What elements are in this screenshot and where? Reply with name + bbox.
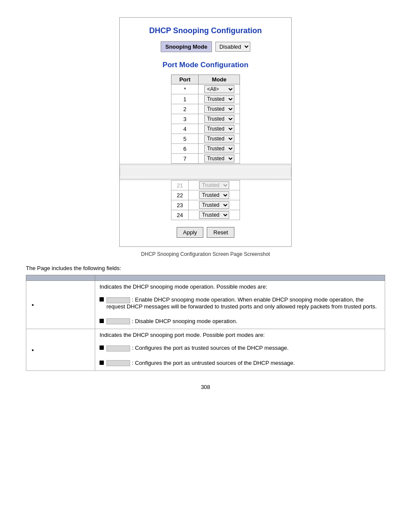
port-mode-select[interactable]: Trusted Untrusted — [199, 201, 229, 209]
port-number: 1 — [171, 94, 199, 104]
port-mode-cell: Trusted Untrusted — [199, 124, 240, 134]
sub-item-untrusted: : Configures the port as untrusted sourc… — [100, 360, 380, 367]
port-number: 7 — [171, 154, 199, 164]
bullet-item — [38, 302, 90, 308]
table-row: 21 Trusted Untrusted — [171, 180, 240, 190]
bullet-item — [38, 347, 90, 353]
main-title: DHCP Snooping Configuration — [133, 26, 278, 35]
port-number: * — [171, 84, 199, 94]
field-desc-1: Indicates the DHCP snooping mode operati… — [95, 281, 385, 329]
untrusted-box — [106, 360, 130, 366]
port-number: 5 — [171, 134, 199, 144]
screenshot-caption: DHCP Snooping Configuration Screen Page … — [26, 251, 385, 257]
col1-header — [26, 275, 95, 281]
bullet-square-icon — [100, 361, 104, 365]
col2-header — [95, 275, 385, 281]
port-mode-cell: Trusted Untrusted — [189, 190, 240, 200]
page-wrapper: DHCP Snooping Configuration Snooping Mod… — [26, 17, 385, 390]
port-mode-title: Port Mode Configuration — [133, 61, 278, 69]
snooping-mode-label: Snooping Mode — [161, 41, 212, 52]
mode-col-header: Mode — [199, 75, 240, 84]
scroll-break-top — [120, 164, 291, 167]
port-mode-select[interactable]: Trusted Untrusted — [204, 125, 234, 133]
bullet-square-icon — [100, 297, 104, 302]
bullet-square-icon — [100, 319, 104, 323]
apply-button[interactable]: Apply — [177, 227, 204, 238]
port-mode-select[interactable]: Trusted Untrusted — [204, 95, 234, 103]
page-number: 308 — [26, 384, 385, 390]
port-number: 6 — [171, 144, 199, 154]
sub-item-enabled-text: : Enable DHCP snooping mode operation. W… — [106, 296, 380, 310]
field-row-2: Indicates the DHCP snooping port mode. P… — [26, 329, 385, 371]
port-number: 3 — [171, 114, 199, 124]
scroll-gap — [120, 167, 291, 177]
disabled-box — [106, 318, 130, 324]
fields-intro: The Page includes the following fields: — [26, 265, 385, 271]
table-row: 7 Trusted Untrusted — [171, 154, 240, 164]
table-row: 5 Trusted Untrusted — [171, 134, 240, 144]
port-table-top: Port Mode * <All> Trusted Untrusted — [171, 75, 240, 164]
port-mode-cell: Trusted Untrusted — [199, 114, 240, 124]
port-mode-select[interactable]: <All> Trusted Untrusted — [204, 85, 234, 93]
port-mode-select[interactable]: Trusted Untrusted — [204, 145, 234, 152]
snooping-mode-row: Snooping Mode Disabled Enabled — [133, 41, 278, 52]
port-number: 24 — [171, 210, 189, 220]
port-number: 2 — [171, 104, 199, 114]
port-mode-cell: Trusted Untrusted — [189, 180, 240, 190]
port-number: 4 — [171, 124, 199, 134]
table-row: 23 Trusted Untrusted — [171, 200, 240, 210]
table-row: 2 Trusted Untrusted — [171, 104, 240, 114]
port-table-bottom: 21 Trusted Untrusted 22 Trusted Untruste… — [171, 180, 240, 220]
sub-item-trusted-text: : Configures the port as trusted sources… — [106, 345, 289, 352]
fields-table: Indicates the DHCP snooping mode operati… — [26, 275, 385, 371]
port-mode-cell: Trusted Untrusted — [199, 134, 240, 144]
enabled-box — [106, 297, 130, 303]
scroll-break-bottom — [120, 177, 291, 180]
screenshot-panel: DHCP Snooping Configuration Snooping Mod… — [119, 17, 292, 247]
port-mode-cell: <All> Trusted Untrusted — [199, 84, 240, 94]
port-mode-cell: Trusted Untrusted — [199, 94, 240, 104]
sub-item-enabled: : Enable DHCP snooping mode operation. W… — [100, 296, 380, 310]
sub-item-disabled: : Disable DHCP snooping mode operation. — [100, 318, 380, 325]
port-number: 23 — [171, 200, 189, 210]
port-mode-cell: Trusted Untrusted — [199, 144, 240, 154]
reset-button[interactable]: Reset — [207, 227, 234, 238]
bullet-square-icon — [100, 345, 104, 350]
table-row: 3 Trusted Untrusted — [171, 114, 240, 124]
port-mode-select[interactable]: Trusted Untrusted — [204, 105, 234, 113]
port-number: 22 — [171, 190, 189, 200]
port-mode-cell: Trusted Untrusted — [189, 210, 240, 220]
snooping-mode-select[interactable]: Disabled Enabled — [215, 42, 250, 52]
table-row: 1 Trusted Untrusted — [171, 94, 240, 104]
field-desc-2: Indicates the DHCP snooping port mode. P… — [95, 329, 385, 371]
field-name-2 — [26, 329, 95, 371]
port-number: 21 — [171, 180, 189, 190]
button-row: Apply Reset — [133, 227, 278, 238]
table-row: 6 Trusted Untrusted — [171, 144, 240, 154]
sub-item-trusted: : Configures the port as trusted sources… — [100, 345, 380, 352]
field-main-desc-2: Indicates the DHCP snooping port mode. P… — [100, 332, 380, 338]
port-mode-select[interactable]: Trusted Untrusted — [199, 181, 229, 189]
table-row: 22 Trusted Untrusted — [171, 190, 240, 200]
table-row: 24 Trusted Untrusted — [171, 210, 240, 220]
table-row: * <All> Trusted Untrusted — [171, 84, 240, 94]
port-mode-select[interactable]: Trusted Untrusted — [199, 191, 229, 199]
field-row-1: Indicates the DHCP snooping mode operati… — [26, 281, 385, 329]
port-mode-select[interactable]: Trusted Untrusted — [204, 115, 234, 123]
port-mode-select[interactable]: Trusted Untrusted — [204, 155, 234, 162]
port-mode-select[interactable]: Trusted Untrusted — [204, 135, 234, 143]
field-main-desc: Indicates the DHCP snooping mode operati… — [100, 283, 380, 290]
port-col-header: Port — [171, 75, 199, 84]
port-mode-cell: Trusted Untrusted — [199, 154, 240, 164]
field-name-1 — [26, 281, 95, 329]
trusted-box — [106, 345, 130, 352]
sub-item-disabled-text: : Disable DHCP snooping mode operation. — [106, 318, 237, 325]
port-mode-cell: Trusted Untrusted — [189, 200, 240, 210]
table-row: 4 Trusted Untrusted — [171, 124, 240, 134]
port-mode-select[interactable]: Trusted Untrusted — [199, 211, 229, 219]
sub-item-untrusted-text: : Configures the port as untrusted sourc… — [106, 360, 295, 367]
port-mode-cell: Trusted Untrusted — [199, 104, 240, 114]
